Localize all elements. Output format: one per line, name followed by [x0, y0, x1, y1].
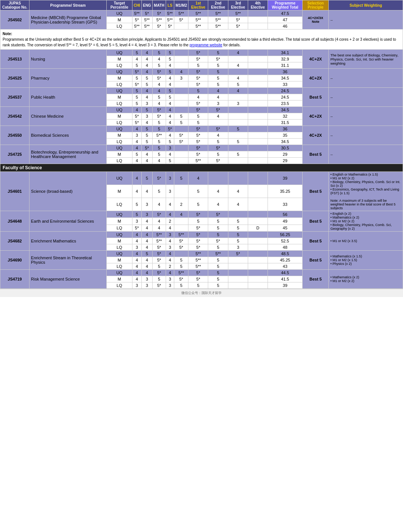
eng: 5**: [141, 23, 152, 30]
col-e4: 4th Elective: [248, 0, 268, 10]
col-sel: Selection Principle: [303, 0, 329, 10]
programme-js4513: Nursing: [29, 50, 107, 69]
programme-js4719: Risk Management Science: [29, 270, 107, 289]
programme-js4690: Enrichment Stream in Theoretical Physics: [29, 251, 107, 270]
programme-js4725: Biotechnology, Entrepreneurship and Heal…: [29, 145, 107, 164]
sel-js4525: 4C+2X: [303, 69, 329, 88]
pct-lq: LQ: [106, 23, 132, 30]
e2: 5**: [208, 23, 228, 30]
table-row: JS4690 Enrichment Stream in Theoretical …: [0, 251, 403, 257]
ls: 5*: [166, 23, 174, 30]
programme-js4550: Biomedical Sciences: [29, 126, 107, 145]
e2: 5**: [208, 17, 228, 23]
catalogue-js4525: JS4525: [0, 69, 29, 88]
table-row: JS4725 Biotechnology, Entrepreneurship a…: [0, 145, 403, 151]
col-target: Target Percentile: [106, 0, 132, 10]
e1: 5**: [188, 10, 208, 17]
chi: 5**: [132, 10, 141, 17]
programme-js4525: Pharmacy: [29, 69, 107, 88]
table-row: JS4682 Enrichment Mathematics UQ 4 4 5**…: [0, 232, 403, 238]
catalogue-js4502: JS4502: [0, 10, 29, 30]
col-chi: CHI: [132, 0, 141, 10]
pwt: 47.5: [268, 10, 302, 17]
col-e2: 2nd Elective: [208, 0, 228, 10]
table-row: JS4601 Science (broad-based) UQ 4 5 5* 3…: [0, 172, 403, 185]
subj-js4682: • M1 or M2 (x 3.5): [329, 232, 403, 251]
m1m2: [174, 23, 188, 30]
math: 5*: [152, 10, 166, 17]
catalogue-js4648: JS4648: [0, 211, 29, 232]
catalogue-js4542: JS4542: [0, 107, 29, 126]
programme-js4502: Medicine (MBChB) Programme Global Physic…: [29, 10, 107, 30]
subj-js4725: --: [329, 145, 403, 164]
sel-js4648: Best 5: [303, 211, 329, 232]
pct: UQ: [106, 50, 132, 56]
pct-m: M: [106, 17, 132, 23]
col-catalogue: JUPAS Catalogue No.: [0, 0, 29, 10]
pwt: 46: [268, 23, 302, 30]
subj-js4719: • Mathematics (x 2)• M1 or M2 (x 2): [329, 270, 403, 289]
sel-js4690: Best 5: [303, 251, 329, 270]
programme-website-link[interactable]: programme website: [190, 43, 222, 47]
col-eng: ENG: [141, 0, 152, 10]
col-ls: LS: [166, 0, 174, 10]
col-math: MATH: [152, 0, 166, 10]
programme-js4648: Earth and Environmental Sciences: [29, 211, 107, 232]
programme-js4537: Public Health: [29, 88, 107, 107]
col-e3: 3rd Elective: [228, 0, 248, 10]
ls: 5**: [166, 10, 174, 17]
e3: 5*: [228, 17, 248, 23]
programme-js4682: Enrichment Mathematics: [29, 232, 107, 251]
watermark-text: 微信公众号：国际天才留学: [181, 291, 222, 295]
e2: 5**: [208, 10, 228, 17]
note-row: Note: Programmes at the University adopt…: [0, 30, 403, 50]
table-row: JS4550 Biomedical Sciences UQ 4 5 5 5* 5…: [0, 126, 403, 132]
sel-js4601: Best 5: [303, 172, 329, 211]
e3: 5**: [228, 10, 248, 17]
subj-js4525: --: [329, 69, 403, 88]
table-row: JS4525 Pharmacy UQ 5* 4 5* 5 4 5* 5 36 4…: [0, 69, 403, 75]
e4: [248, 23, 268, 30]
chi: 5**: [132, 23, 141, 30]
table-row: JS4719 Risk Management Science UQ 4 4 5*…: [0, 270, 403, 276]
subj-js4550: --: [329, 126, 403, 145]
sel-js4719: Best 5: [303, 270, 329, 289]
sel-js4502: 4C+2X/3X Note: [303, 10, 329, 30]
main-table: JUPAS Catalogue No. Programme/ Stream Ta…: [0, 0, 403, 289]
subj-js4537: --: [329, 88, 403, 107]
eng: 5*: [141, 10, 152, 17]
math: 5**: [152, 17, 166, 23]
catalogue-js4537: JS4537: [0, 88, 29, 107]
col-pwt: Programme Weighted Total: [268, 0, 302, 10]
subj-js4601: • English or Mathematics (x 1.5)• M1 or …: [329, 172, 403, 211]
e1: 5**: [188, 23, 208, 30]
faculty-science-header: Faculty of Science: [0, 164, 403, 172]
math: 5*: [152, 23, 166, 30]
table-row: JS4502 Medicine (MBChB) Programme Global…: [0, 10, 403, 17]
col-m1m2: M1/M2: [174, 0, 188, 10]
m1m2: 5**: [174, 10, 188, 17]
note-content: Note: Programmes at the University adopt…: [0, 30, 403, 50]
sel-js4725: Best 5: [303, 145, 329, 164]
faculty-header-row: Faculty of Science: [0, 164, 403, 172]
sel-js4513: 4C+2X: [303, 50, 329, 69]
catalogue-js4682: JS4682: [0, 232, 29, 251]
catalogue-js4550: JS4550: [0, 126, 29, 145]
watermark-bar: 微信公众号：国际天才留学: [0, 289, 403, 297]
table-header: JUPAS Catalogue No. Programme/ Stream Ta…: [0, 0, 403, 10]
col-subj: Subject Weighting: [329, 0, 403, 10]
e3: 5*: [228, 23, 248, 30]
pct-uq: UQ: [106, 10, 132, 17]
table-row: JS4537 Public Health UQ 5 4 4 5 5 4 4 24…: [0, 88, 403, 94]
e4: [248, 10, 268, 17]
table-row: JS4542 Chinese Medicine UQ 4 5 5* 4 5* 5…: [0, 107, 403, 113]
subj-js4542: --: [329, 107, 403, 126]
pwt: 47: [268, 17, 302, 23]
catalogue-js4719: JS4719: [0, 270, 29, 289]
eng: 5**: [141, 17, 152, 23]
programme-js4601: Science (broad-based): [29, 172, 107, 211]
sel-js4682: Best 5: [303, 232, 329, 251]
sel-js4537: Best 5: [303, 88, 329, 107]
e4: [248, 17, 268, 23]
subj-js4690: • Mathematics (x 1.5)• M1 or M2 (x 1.5)•…: [329, 251, 403, 270]
